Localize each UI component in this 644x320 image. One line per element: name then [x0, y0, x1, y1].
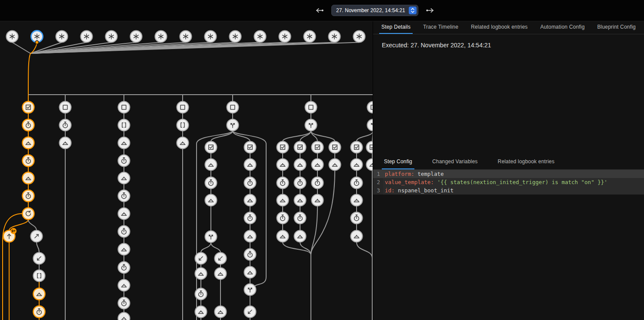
node-service[interactable]: [277, 231, 289, 242]
node-delay[interactable]: [277, 212, 289, 224]
node-service[interactable]: [177, 137, 189, 149]
tab-related-logbook-entries[interactable]: Related logbook entries: [469, 21, 530, 34]
node-service[interactable]: [351, 231, 363, 242]
node-delay[interactable]: [294, 177, 306, 189]
node-service[interactable]: [118, 208, 130, 220]
node-condition[interactable]: [367, 142, 373, 153]
node-service[interactable]: [23, 137, 34, 149]
node-delay[interactable]: [195, 288, 207, 300]
node-brackets[interactable]: [118, 119, 130, 131]
node-service[interactable]: [244, 267, 256, 278]
tab-trace-timeline[interactable]: Trace Timeline: [421, 21, 460, 34]
node-brackets[interactable]: [33, 270, 45, 282]
node-arrow-bottom-left[interactable]: [195, 253, 207, 264]
node-asterisk[interactable]: [130, 31, 142, 43]
node-asterisk[interactable]: [155, 31, 167, 43]
node-service[interactable]: [294, 195, 306, 206]
node-asterisk[interactable]: [56, 31, 68, 43]
node-delay[interactable]: [118, 190, 130, 202]
node-arrow-bottom-left[interactable]: [33, 253, 45, 264]
node-delay[interactable]: [60, 119, 71, 131]
node-condition[interactable]: [244, 142, 256, 153]
trace-graph-panel[interactable]: 9+: [0, 21, 373, 320]
node-service[interactable]: [294, 159, 306, 171]
trace-select[interactable]: 27. November 2022, 14:54:21: [331, 5, 418, 16]
node-delay[interactable]: [118, 262, 130, 274]
node-service[interactable]: [244, 195, 256, 206]
node-choose[interactable]: [367, 119, 373, 131]
node-service[interactable]: [277, 195, 289, 206]
node-square[interactable]: [227, 102, 239, 113]
node-arrow-top-right[interactable]: [31, 231, 43, 242]
node-choose[interactable]: [244, 284, 256, 296]
node-condition[interactable]: [23, 102, 34, 113]
node-condition[interactable]: [205, 142, 217, 153]
node-service[interactable]: [23, 172, 34, 184]
node-service[interactable]: [118, 172, 130, 184]
node-delay[interactable]: [118, 155, 130, 167]
node-service[interactable]: [118, 244, 130, 255]
node-service[interactable]: [195, 268, 207, 280]
node-service[interactable]: [367, 159, 373, 171]
node-asterisk[interactable]: [205, 31, 217, 43]
node-service[interactable]: [215, 268, 227, 280]
node-arrow-up[interactable]: 9+: [3, 228, 17, 242]
node-delay[interactable]: [244, 177, 256, 189]
node-delay[interactable]: [244, 249, 256, 261]
node-square[interactable]: [177, 102, 189, 113]
node-service[interactable]: [118, 137, 130, 149]
node-choose[interactable]: [227, 119, 239, 131]
node-delay[interactable]: [23, 190, 34, 202]
node-asterisk[interactable]: [254, 31, 266, 43]
node-asterisk[interactable]: [180, 31, 192, 43]
tab-automation-config[interactable]: Automation Config: [538, 21, 587, 34]
node-asterisk[interactable]: [329, 31, 340, 43]
node-arrow-bottom-left[interactable]: [244, 306, 256, 318]
node-service[interactable]: [244, 159, 256, 171]
node-delay[interactable]: [205, 177, 217, 189]
node-service[interactable]: [312, 195, 324, 206]
next-trace-button[interactable]: [424, 5, 436, 16]
node-square[interactable]: [305, 102, 317, 113]
tab-step-config[interactable]: Step Config: [382, 155, 414, 169]
node-asterisk[interactable]: [106, 31, 117, 43]
node-square[interactable]: [60, 102, 71, 113]
node-condition[interactable]: [351, 142, 363, 153]
node-delay[interactable]: [23, 155, 34, 167]
node-condition[interactable]: [329, 142, 341, 153]
node-choose[interactable]: [205, 231, 217, 243]
node-asterisk[interactable]: [279, 31, 291, 43]
node-asterisk[interactable]: [354, 31, 365, 43]
node-service[interactable]: [215, 306, 227, 318]
node-condition[interactable]: [312, 142, 324, 153]
tab-changed-variables[interactable]: Changed Variables: [430, 155, 480, 169]
node-square[interactable]: [367, 102, 373, 113]
node-service[interactable]: [205, 195, 217, 206]
node-delay[interactable]: [351, 177, 363, 189]
node-condition[interactable]: [294, 142, 306, 153]
tab-blueprint-config[interactable]: Blueprint Config: [595, 21, 638, 34]
node-arrow-bottom-left[interactable]: [215, 253, 227, 264]
node-delay[interactable]: [118, 297, 130, 309]
node-delay[interactable]: [351, 212, 363, 224]
node-service[interactable]: [205, 159, 217, 171]
node-asterisk[interactable]: [230, 31, 241, 43]
node-condition[interactable]: [277, 142, 289, 153]
node-repeat[interactable]: [23, 208, 34, 220]
previous-trace-button[interactable]: [314, 5, 325, 16]
node-service[interactable]: [351, 159, 363, 171]
tab-related-logbook-entries[interactable]: Related logbook entries: [496, 155, 557, 169]
node-service[interactable]: [312, 159, 324, 171]
node-delay[interactable]: [294, 212, 306, 224]
node-asterisk[interactable]: [304, 31, 316, 43]
node-delay[interactable]: [33, 306, 45, 318]
node-asterisk[interactable]: [81, 31, 93, 43]
node-brackets[interactable]: [177, 119, 189, 131]
node-delay[interactable]: [312, 177, 324, 189]
node-choose[interactable]: [305, 119, 317, 131]
node-service[interactable]: [195, 306, 207, 318]
node-service[interactable]: [351, 195, 363, 206]
node-service[interactable]: [277, 159, 289, 171]
node-asterisk[interactable]: [31, 31, 43, 44]
node-service[interactable]: [294, 231, 306, 242]
